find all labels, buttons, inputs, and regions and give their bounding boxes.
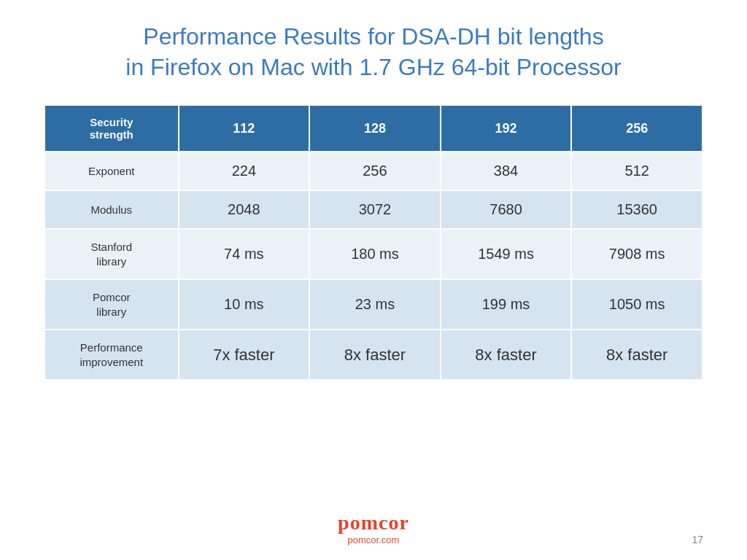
row-2-col4: 7908 ms xyxy=(571,229,703,279)
header-col1: 112 xyxy=(179,105,310,152)
row-0-col1: 224 xyxy=(179,152,310,190)
row-2-col3: 1549 ms xyxy=(441,229,572,279)
table-row: Pomcorlibrary10 ms23 ms199 ms1050 ms xyxy=(44,279,703,330)
data-table: Securitystrength 112 128 192 256 Exponen… xyxy=(44,104,703,381)
row-4-col1: 7x faster xyxy=(179,330,310,380)
row-1-col1: 2048 xyxy=(179,190,310,229)
header-col4: 256 xyxy=(571,105,703,152)
table-row: Modulus20483072768015360 xyxy=(44,190,703,229)
row-1-col4: 15360 xyxy=(571,190,703,229)
row-0-col2: 256 xyxy=(309,152,441,190)
row-2-col1: 74 ms xyxy=(179,229,310,279)
page-number: 17 xyxy=(692,534,703,545)
row-0-col3: 384 xyxy=(441,152,572,190)
row-4-col3: 8x faster xyxy=(441,330,572,380)
row-4-col4: 8x faster xyxy=(571,330,703,380)
table-row: Stanfordlibrary74 ms180 ms1549 ms7908 ms xyxy=(44,229,703,279)
row-label: Modulus xyxy=(44,190,179,229)
row-3-col4: 1050 ms xyxy=(571,279,703,330)
table-header-row: Securitystrength 112 128 192 256 xyxy=(44,105,703,152)
header-label: Securitystrength xyxy=(44,105,179,152)
row-label: Exponent xyxy=(44,152,179,190)
header-col3: 192 xyxy=(441,105,572,152)
page-title: Performance Results for DSA-DH bit lengt… xyxy=(125,22,621,82)
row-2-col2: 180 ms xyxy=(309,229,441,279)
row-0-col4: 512 xyxy=(571,152,703,190)
header-col2: 128 xyxy=(309,105,441,152)
row-label: Pomcorlibrary xyxy=(44,279,179,330)
row-label: Performanceimprovement xyxy=(44,330,179,380)
row-3-col1: 10 ms xyxy=(179,279,310,330)
pomcor-logo: pomcor pomcor.com xyxy=(338,511,409,545)
row-1-col3: 7680 xyxy=(441,190,572,229)
pomcor-url: pomcor.com xyxy=(338,534,409,545)
row-1-col2: 3072 xyxy=(309,190,441,229)
row-4-col2: 8x faster xyxy=(309,330,441,380)
table-row: Performanceimprovement7x faster8x faster… xyxy=(44,330,703,380)
row-3-col2: 23 ms xyxy=(309,279,441,330)
row-3-col3: 199 ms xyxy=(441,279,572,330)
pomcor-brand-text: pomcor xyxy=(338,511,409,534)
footer: pomcor pomcor.com 17 xyxy=(44,497,703,545)
table-row: Exponent224256384512 xyxy=(44,152,703,190)
row-label: Stanfordlibrary xyxy=(44,229,179,279)
